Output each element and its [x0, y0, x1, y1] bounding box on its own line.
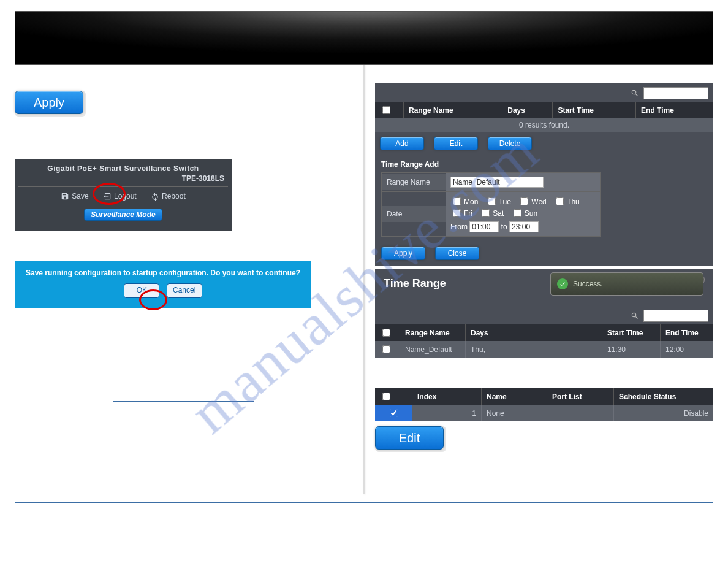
day-sun-checkbox[interactable] — [514, 209, 521, 217]
schedule-panel: Index Name Port List Schedule Status 1 N… — [375, 388, 713, 421]
confirm-dialog: Save running configuration to startup co… — [15, 261, 311, 308]
col-index: Index — [412, 388, 482, 405]
apply-button[interactable]: Apply — [15, 91, 83, 114]
form-apply-button[interactable]: Apply — [381, 247, 425, 260]
col-portlist: Port List — [547, 388, 614, 405]
row-port — [547, 405, 614, 421]
delete-button[interactable]: Delete — [488, 137, 532, 150]
from-input[interactable] — [469, 221, 499, 232]
search-input[interactable] — [643, 310, 708, 322]
edit-button[interactable]: Edit — [434, 137, 478, 150]
day-sat-checkbox[interactable] — [482, 209, 490, 217]
edit-button-wrap: Edit — [375, 426, 446, 452]
row-name: None — [482, 405, 547, 421]
row-index: 1 — [412, 405, 482, 421]
range-name-label: Range Name — [382, 174, 446, 190]
toast-text: Success. — [573, 280, 603, 288]
add-button[interactable]: Add — [380, 137, 424, 150]
date-label: Date — [382, 206, 446, 222]
reboot-label: Reboot — [162, 192, 186, 201]
search-input[interactable] — [643, 87, 708, 99]
time-range-table-filled: Range Name Days Start Time End Time Name… — [375, 324, 713, 358]
row-days: Thu, — [466, 341, 602, 358]
apply-button-wrap: Apply — [15, 91, 86, 117]
row-end: 12:00 — [661, 341, 714, 358]
col-days: Days — [466, 324, 602, 341]
time-range-add-title: Time Range Add — [375, 155, 713, 172]
day-thu-checkbox[interactable] — [556, 197, 564, 205]
confirm-message: Save running configuration to startup co… — [26, 269, 300, 277]
row-checkbox[interactable] — [390, 409, 398, 417]
day-fri-checkbox[interactable] — [453, 209, 461, 217]
select-all-checkbox[interactable] — [382, 106, 390, 114]
success-toast: Success. — [550, 272, 703, 296]
switch-header-panel: Gigabit PoE+ Smart Surveillance Switch T… — [15, 159, 232, 231]
surveillance-mode-button[interactable]: Surveillance Mode — [84, 209, 162, 221]
switch-title: Gigabit PoE+ Smart Surveillance Switch — [15, 159, 232, 174]
reboot-icon — [151, 192, 159, 201]
time-range-panel-filled: ✕ Time Range Success. Range Name Days St… — [375, 269, 713, 358]
range-name-input[interactable] — [450, 177, 544, 188]
time-range-panel-empty: Range Name Days Start Time End Time 0 re… — [375, 83, 713, 266]
col-name: Name — [482, 388, 547, 405]
red-circle-save — [93, 183, 126, 205]
row-checkbox[interactable] — [382, 345, 390, 353]
schedule-table: Index Name Port List Schedule Status 1 N… — [375, 388, 713, 421]
row-name: Name_Default — [400, 341, 466, 358]
col-days: Days — [502, 102, 553, 118]
time-range-add-form: Range Name Date Mon Tue Wed Thu — [381, 172, 601, 237]
check-icon — [557, 278, 568, 289]
col-end: End Time — [636, 102, 713, 118]
column-divider — [363, 65, 365, 494]
time-range-table-empty: Range Name Days Start Time End Time 0 re… — [375, 102, 713, 132]
search-icon[interactable] — [631, 89, 639, 98]
select-all-checkbox[interactable] — [382, 329, 390, 337]
col-status: Schedule Status — [614, 388, 714, 405]
col-range-name: Range Name — [404, 102, 502, 118]
day-mon-checkbox[interactable] — [453, 197, 461, 205]
no-results: 0 results found. — [375, 118, 713, 132]
top-banner — [15, 11, 713, 65]
col-start: Start Time — [553, 102, 636, 118]
save-icon — [61, 192, 69, 201]
from-label: From — [450, 223, 468, 231]
cancel-button[interactable]: Cancel — [167, 283, 202, 298]
col-range-name: Range Name — [400, 324, 466, 341]
day-tue-checkbox[interactable] — [488, 197, 496, 205]
switch-model: TPE-3018LS — [15, 174, 232, 186]
save-label: Save — [72, 192, 88, 201]
search-icon[interactable] — [631, 312, 639, 320]
to-input[interactable] — [509, 221, 539, 232]
save-link[interactable]: Save — [61, 192, 88, 201]
col-end: End Time — [661, 324, 714, 341]
col-start: Start Time — [602, 324, 661, 341]
reboot-link[interactable]: Reboot — [151, 192, 186, 201]
link-placeholder — [113, 394, 254, 402]
row-start: 11:30 — [602, 341, 661, 358]
footer-separator — [15, 502, 713, 534]
to-label: to — [501, 223, 507, 231]
red-circle-ok — [139, 289, 167, 310]
day-wed-checkbox[interactable] — [520, 197, 528, 205]
row-status: Disable — [614, 405, 714, 421]
edit-big-button[interactable]: Edit — [375, 426, 444, 450]
form-close-button[interactable]: Close — [435, 247, 479, 260]
select-all-checkbox[interactable] — [382, 393, 390, 400]
